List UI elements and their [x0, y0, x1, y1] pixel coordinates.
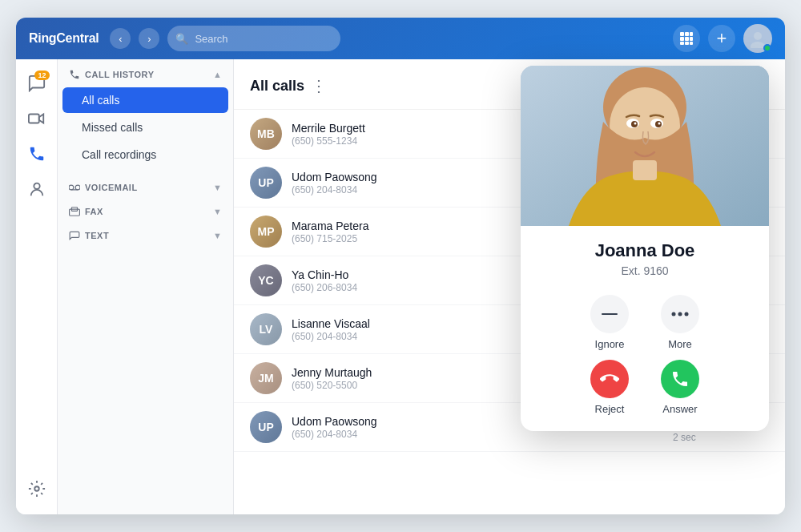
caller-photo	[521, 66, 769, 226]
incoming-call-card: Joanna Doe Ext. 9160 Ignore More	[521, 66, 769, 431]
nav-call-recordings[interactable]: Call recordings	[62, 142, 228, 167]
ignore-button[interactable]: Ignore	[590, 295, 629, 350]
more-icon-circle	[661, 295, 699, 333]
svg-rect-30	[602, 313, 618, 315]
app-window: RingCentral ‹ › 🔍 +	[16, 18, 785, 514]
svg-rect-4	[685, 37, 689, 41]
sidebar-video-button[interactable]	[21, 103, 53, 135]
svg-point-15	[75, 185, 80, 190]
svg-point-13	[34, 486, 39, 491]
back-button[interactable]: ‹	[110, 28, 131, 49]
caller-name: Joanna Doe	[537, 240, 753, 261]
more-button[interactable]: More	[661, 295, 699, 350]
caller-avatar: UP	[250, 167, 282, 199]
reject-label: Reject	[595, 403, 625, 415]
grid-button[interactable]	[673, 25, 700, 52]
titlebar-actions: +	[673, 24, 772, 53]
answer-label: Answer	[662, 403, 697, 415]
svg-point-9	[754, 32, 762, 40]
svg-point-14	[69, 185, 74, 190]
text-chevron: ▼	[213, 231, 222, 240]
svg-point-33	[685, 312, 689, 316]
answer-button[interactable]: Answer	[661, 360, 699, 415]
svg-rect-23	[633, 160, 657, 180]
svg-point-28	[634, 123, 637, 125]
search-input[interactable]	[167, 26, 340, 51]
caller-avatar: MB	[250, 118, 282, 150]
svg-rect-6	[680, 42, 684, 45]
chat-badge: 12	[34, 71, 49, 80]
sidebar-bottom	[21, 473, 53, 514]
caller-avatar: MP	[250, 216, 282, 248]
svg-rect-7	[685, 42, 689, 45]
caller-avatar: UP	[250, 411, 282, 443]
ignore-label: Ignore	[595, 338, 625, 350]
voicemail-header[interactable]: VOICEMAIL ▼	[58, 175, 233, 199]
caller-avatar: JM	[250, 362, 282, 394]
caller-ext: Ext. 9160	[537, 264, 753, 277]
call-history-panel: CALL HISTORY ▲ All calls Missed calls Ca…	[58, 59, 234, 514]
svg-rect-17	[70, 209, 80, 216]
nav-missed-calls[interactable]: Missed calls	[62, 115, 228, 140]
caller-avatar: LV	[250, 313, 282, 345]
svg-point-31	[672, 312, 676, 316]
svg-rect-5	[690, 37, 693, 41]
avatar[interactable]	[743, 24, 772, 53]
more-label: More	[668, 338, 692, 350]
svg-rect-0	[680, 32, 684, 36]
online-indicator	[763, 44, 771, 52]
caller-avatar: YC	[250, 264, 282, 296]
sidebar-icons: 12	[16, 59, 58, 514]
reject-button[interactable]: Reject	[590, 360, 629, 415]
call-actions-bottom: Reject Answer	[521, 353, 769, 431]
text-header[interactable]: TEXT ▼	[58, 223, 233, 247]
forward-button[interactable]: ›	[139, 28, 159, 49]
call-duration: 2 sec	[673, 432, 696, 443]
chevron-up-icon: ▲	[213, 70, 222, 79]
svg-point-12	[34, 183, 39, 189]
fax-chevron: ▼	[213, 207, 222, 216]
search-wrap: 🔍	[167, 26, 412, 51]
svg-point-29	[658, 123, 661, 125]
call-list-menu-button[interactable]: ⋮	[304, 73, 333, 99]
add-button[interactable]: +	[708, 25, 735, 52]
answer-icon-circle	[661, 360, 699, 398]
call-history-header[interactable]: CALL HISTORY ▲	[58, 59, 233, 87]
caller-details: Joanna Doe Ext. 9160	[521, 226, 769, 284]
voicemail-chevron: ▼	[213, 183, 222, 192]
ignore-icon-circle	[590, 295, 629, 333]
settings-button[interactable]	[21, 473, 53, 505]
titlebar: RingCentral ‹ › 🔍 +	[16, 18, 785, 59]
fax-header[interactable]: FAX ▼	[58, 199, 233, 223]
svg-rect-8	[690, 42, 693, 45]
svg-rect-11	[28, 115, 38, 123]
sidebar-contacts-button[interactable]	[21, 173, 53, 205]
nav-all-calls[interactable]: All calls	[62, 87, 228, 113]
call-list-title: All calls	[250, 78, 304, 95]
call-actions-top: Ignore More	[521, 284, 769, 353]
svg-rect-2	[690, 32, 693, 36]
sidebar-chat-button[interactable]: 12	[21, 67, 53, 99]
app-logo: RingCentral	[29, 31, 99, 46]
svg-rect-3	[680, 37, 684, 41]
svg-point-32	[678, 312, 682, 316]
reject-icon-circle	[590, 360, 629, 398]
sidebar-phone-button[interactable]	[21, 138, 53, 170]
svg-rect-1	[685, 32, 689, 36]
